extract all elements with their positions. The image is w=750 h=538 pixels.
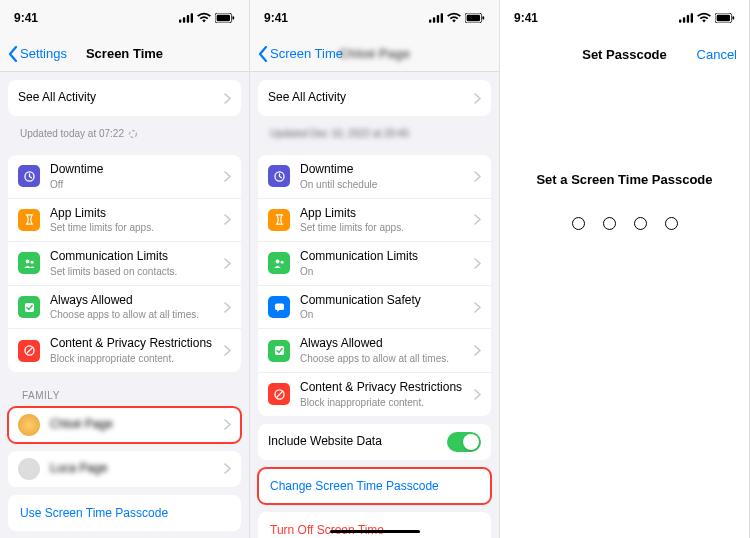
turnoff-group: Turn Off Screen Time <box>258 512 491 538</box>
row-sub: Off <box>50 178 224 191</box>
family-name: Luca Page <box>50 461 224 477</box>
chevron-right-icon <box>474 93 481 104</box>
back-button[interactable]: Screen Time <box>258 46 343 62</box>
content-area: See All Activity Updated Dec 10, 2022 at… <box>250 72 499 538</box>
status-icons <box>429 11 485 25</box>
check-icon <box>268 340 290 362</box>
content-privacy-row[interactable]: Content & Privacy RestrictionsBlock inap… <box>8 329 241 372</box>
back-label: Screen Time <box>270 46 343 61</box>
passcode-dot <box>634 217 647 230</box>
svg-rect-2 <box>187 15 189 23</box>
family-member-2[interactable]: Luca Page <box>8 451 241 487</box>
bubble-icon <box>268 296 290 318</box>
applimits-row[interactable]: App LimitsSet time limits for apps. <box>8 199 241 243</box>
svg-rect-14 <box>429 20 431 23</box>
updated-text: Updated today at 07:22 <box>8 124 241 147</box>
turn-off-button[interactable]: Turn Off Screen Time <box>258 512 491 538</box>
chevron-right-icon <box>224 93 231 104</box>
chevron-left-icon <box>258 46 268 62</box>
chevron-right-icon <box>474 214 481 225</box>
svg-rect-24 <box>274 303 283 310</box>
passcode-prompt: Set a Screen Time Passcode <box>500 172 749 187</box>
chevron-left-icon <box>8 46 18 62</box>
passcode-area: Set a Screen Time Passcode <box>500 72 749 538</box>
nosign-icon <box>268 383 290 405</box>
nav-title: Screen Time <box>86 46 163 61</box>
chevron-right-icon <box>474 302 481 313</box>
status-bar: 9:41 <box>0 0 249 36</box>
nosign-icon <box>18 340 40 362</box>
family-member-1[interactable]: Chloé Page <box>8 407 241 443</box>
svg-line-13 <box>26 347 33 354</box>
chevron-right-icon <box>474 171 481 182</box>
chevron-right-icon <box>224 463 231 474</box>
row-sub: Set limits based on contacts. <box>50 265 224 278</box>
status-time: 9:41 <box>514 11 538 25</box>
back-button[interactable]: Settings <box>8 46 67 62</box>
change-passcode-button[interactable]: Change Screen Time Passcode <box>258 468 491 504</box>
always-allowed-row[interactable]: Always AllowedChoose apps to allow at al… <box>258 329 491 373</box>
see-all-label: See All Activity <box>268 90 474 106</box>
nav-title: Chloé Page <box>339 46 410 61</box>
svg-point-23 <box>280 261 283 264</box>
wifi-icon <box>447 11 461 25</box>
see-all-activity[interactable]: See All Activity <box>8 80 241 116</box>
row-label: Downtime <box>50 162 224 178</box>
svg-rect-19 <box>467 15 480 22</box>
change-passcode-group: Change Screen Time Passcode <box>258 468 491 504</box>
comm-limits-row[interactable]: Communication LimitsSet limits based on … <box>8 242 241 286</box>
row-sub: On until schedule <box>300 178 474 191</box>
downtime-row[interactable]: DowntimeOn until schedule <box>258 155 491 199</box>
status-icons <box>679 11 735 25</box>
nav-bar: Settings Screen Time <box>0 36 249 72</box>
always-allowed-row[interactable]: Always AllowedChoose apps to allow at al… <box>8 286 241 330</box>
downtime-row[interactable]: DowntimeOff <box>8 155 241 199</box>
svg-rect-15 <box>433 17 435 22</box>
row-label: Communication Limits <box>50 249 224 265</box>
svg-rect-28 <box>679 20 681 23</box>
svg-rect-29 <box>683 17 685 22</box>
passcode-dot <box>572 217 585 230</box>
svg-rect-16 <box>437 15 439 23</box>
status-time: 9:41 <box>14 11 38 25</box>
svg-rect-3 <box>191 13 193 22</box>
phone-set-passcode: 9:41 Set Passcode Cancel Set a Screen Ti… <box>500 0 750 538</box>
downtime-icon <box>18 165 40 187</box>
see-all-activity[interactable]: See All Activity <box>258 80 491 116</box>
row-sub: Set time limits for apps. <box>300 221 474 234</box>
svg-line-27 <box>276 391 283 398</box>
svg-rect-31 <box>691 13 693 22</box>
signal-icon <box>679 11 693 25</box>
cancel-button[interactable]: Cancel <box>697 47 737 62</box>
check-icon <box>18 296 40 318</box>
nav-bar: Set Passcode Cancel <box>500 36 749 72</box>
svg-point-10 <box>30 261 33 264</box>
hourglass-icon <box>268 209 290 231</box>
applimits-row[interactable]: App LimitsSet time limits for apps. <box>258 199 491 243</box>
svg-point-22 <box>275 260 279 264</box>
row-label: Downtime <box>300 162 474 178</box>
svg-rect-6 <box>233 16 235 19</box>
chevron-right-icon <box>224 171 231 182</box>
phone-screen-time: 9:41 Settings Screen Time See All Activi… <box>0 0 250 538</box>
limits-group: DowntimeOn until schedule App LimitsSet … <box>258 155 491 416</box>
comm-safety-row[interactable]: Communication SafetyOn <box>258 286 491 330</box>
comm-limits-row[interactable]: Communication LimitsOn <box>258 242 491 286</box>
use-passcode-button[interactable]: Use Screen Time Passcode <box>8 495 241 531</box>
include-website-data-row[interactable]: Include Website Data <box>258 424 491 460</box>
signal-icon <box>179 11 193 25</box>
chevron-right-icon <box>224 258 231 269</box>
wifi-icon <box>197 11 211 25</box>
svg-rect-34 <box>733 16 735 19</box>
home-indicator[interactable] <box>330 530 420 534</box>
chevron-right-icon <box>224 302 231 313</box>
passcode-dot <box>603 217 616 230</box>
content-privacy-row[interactable]: Content & Privacy RestrictionsBlock inap… <box>258 373 491 416</box>
hourglass-icon <box>18 209 40 231</box>
svg-rect-1 <box>183 17 185 22</box>
row-label: Content & Privacy Restrictions <box>50 336 224 352</box>
website-toggle[interactable] <box>447 432 481 452</box>
svg-rect-30 <box>687 15 689 23</box>
avatar <box>18 414 40 436</box>
battery-icon <box>715 13 735 23</box>
